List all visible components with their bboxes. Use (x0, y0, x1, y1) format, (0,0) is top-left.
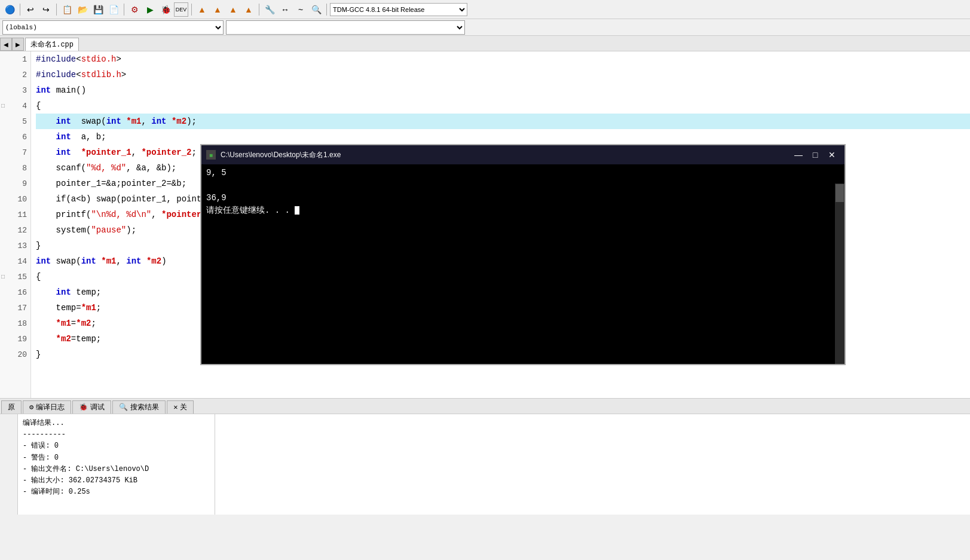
log-line-2: ---------- (23, 429, 210, 440)
tab-prev-btn[interactable]: ◀ (0, 38, 12, 51)
line-num-16: 16 (0, 284, 30, 300)
swap-btn[interactable]: ↔ (278, 2, 292, 17)
console-title-text: C:\Users\lenovo\Desktop\未命名1.exe (221, 150, 791, 160)
next-bookmark-btn[interactable]: ▲ (226, 2, 240, 17)
line-num-5: 5 (0, 114, 30, 129)
indent-btn[interactable]: 🔧 (262, 2, 277, 17)
line-num-19: 19 (0, 331, 30, 347)
toolbar: 🔵 ↩ ↪ 📋 📂 💾 📄 ⚙ ▶ 🐞 DEV ▲ ▲ ▲ ▲ 🔧 ↔ ~ 🔍 … (0, 0, 970, 19)
log-line-6: - 输出大小: 362.02734375 KiB (23, 475, 210, 486)
log-line-3: - 错误: 0 (23, 440, 210, 452)
code-line-5: int swap(int *m1, int *m2); (36, 114, 970, 129)
clear-bookmark-btn[interactable]: ▲ (241, 2, 256, 17)
bottom-panel: 原 ⚙ 编译日志 🐞 调试 🔍 搜索结果 ✕ 关 编译结果... -------… (0, 398, 970, 515)
find-btn[interactable]: 🔍 (309, 2, 323, 17)
console-minimize-btn[interactable]: — (791, 148, 806, 161)
line-numbers: 1 2 3 □4 5 6 7 8 9 10 11 12 13 14 □15 16… (0, 51, 31, 398)
code-line-6: int a, b; (36, 129, 970, 145)
sep3 (124, 4, 124, 16)
dev-btn[interactable]: DEV (174, 2, 188, 17)
line-num-18: 18 (0, 316, 30, 331)
bottom-tab-close-label: 关 (180, 402, 187, 412)
prev-bookmark-btn[interactable]: ▲ (210, 2, 225, 17)
console-output-2 (206, 179, 840, 192)
debug-btn[interactable]: 🐞 (158, 2, 173, 17)
sep1 (20, 4, 20, 16)
log-line-7: - 编译时间: 0.25s (23, 486, 210, 498)
compiler-select[interactable]: TDM-GCC 4.8.1 64-bit Release (330, 3, 467, 16)
tab-file[interactable]: 未命名1.cpp (25, 38, 79, 51)
bottom-content: 编译结果... ---------- - 错误: 0 - 警告: 0 - 输出文… (0, 414, 970, 515)
sep2 (56, 4, 57, 16)
bottom-tab-debug[interactable]: 🐞 调试 (72, 400, 111, 414)
save-btn[interactable]: 💾 (91, 2, 105, 17)
line-num-11: 11 (0, 207, 30, 222)
add-bookmark-btn[interactable]: ▲ (195, 2, 209, 17)
log-line-1: 编译结果... (23, 418, 210, 429)
bottom-tab-debug-label: 调试 (90, 402, 105, 412)
console-close-btn[interactable]: ✕ (824, 148, 840, 161)
tab-file-label: 未命名1.cpp (30, 39, 74, 50)
save-all-btn[interactable]: 📄 (106, 2, 121, 17)
compile-btn[interactable]: ⚙ (127, 2, 142, 17)
left-stub (0, 414, 18, 515)
console-body: 9, 5 36,9 请按任意键继续. . . (201, 164, 844, 345)
bottom-tab-close[interactable]: ✕ 关 (167, 400, 194, 414)
bottom-tab-original-label: 原 (8, 402, 15, 412)
logo-btn[interactable]: 🔵 (2, 2, 17, 17)
symbol-select[interactable] (226, 20, 465, 35)
bottom-tab-search-label: 搜索结果 (130, 402, 159, 412)
line-num-20: 20 (0, 347, 30, 362)
line-num-12: 12 (0, 222, 30, 238)
line-num-8: 8 (0, 160, 30, 176)
console-output-3: 36,9 (206, 192, 840, 204)
scope-select[interactable]: (lobals) (2, 20, 224, 35)
line-num-13: 13 (0, 238, 30, 253)
console-icon: ■ (206, 150, 216, 160)
line-num-7: 7 (0, 145, 30, 160)
bottom-tab-compile-log[interactable]: ⚙ 编译日志 (23, 400, 71, 414)
code-line-3: int main() (36, 82, 970, 98)
console-maximize-btn[interactable]: □ (807, 148, 823, 161)
bottom-tab-search[interactable]: 🔍 搜索结果 (112, 400, 166, 414)
close-tab-icon: ✕ (173, 403, 178, 412)
code-line-2: #include<stdlib.h> (36, 67, 970, 82)
search-tab-icon: 🔍 (119, 403, 128, 412)
code-line-1: #include<stdio.h> (36, 51, 970, 67)
line-num-4: □4 (0, 98, 30, 114)
line-num-1: 1 (0, 51, 30, 67)
console-controls: — □ ✕ (791, 148, 840, 161)
line-num-2: 2 (0, 67, 30, 82)
log-line-5: - 输出文件名: C:\Users\lenovo\D (23, 464, 210, 475)
bottom-tab-compile-label: 编译日志 (36, 402, 65, 412)
console-window: ■ C:\Users\lenovo\Desktop\未命名1.exe — □ ✕… (200, 144, 846, 365)
tab-next-btn[interactable]: ▶ (12, 38, 24, 51)
undo-btn[interactable]: ↩ (23, 2, 38, 17)
line-num-15: □15 (0, 269, 30, 284)
redo-btn[interactable]: ↪ (39, 2, 53, 17)
dropdowns-row: (lobals) (0, 19, 970, 36)
sep5 (259, 4, 259, 16)
bottom-tab-original[interactable]: 原 (1, 400, 22, 414)
console-cursor (295, 206, 299, 215)
line-num-9: 9 (0, 176, 30, 191)
new-btn[interactable]: 📋 (60, 2, 74, 17)
run-btn[interactable]: ▶ (143, 2, 157, 17)
bottom-tab-bar: 原 ⚙ 编译日志 🐞 调试 🔍 搜索结果 ✕ 关 (0, 399, 970, 414)
line-num-3: 3 (0, 82, 30, 98)
debug-tab-icon: 🐞 (79, 403, 88, 412)
console-output-1: 9, 5 (206, 167, 840, 179)
bottom-log-panel: 编译结果... ---------- - 错误: 0 - 警告: 0 - 输出文… (18, 414, 215, 515)
console-output-4: 请按任意键继续. . . (206, 204, 840, 217)
tilde-btn[interactable]: ~ (293, 2, 308, 17)
line-num-10: 10 (0, 191, 30, 207)
log-line-4: - 警告: 0 (23, 452, 210, 464)
console-scrollbar[interactable] (835, 183, 844, 364)
line-num-14: 14 (0, 253, 30, 269)
sep6 (326, 4, 327, 16)
editor-area: 1 2 3 □4 5 6 7 8 9 10 11 12 13 14 □15 16… (0, 51, 970, 398)
console-icon-char: ■ (209, 152, 213, 158)
open-btn[interactable]: 📂 (75, 2, 90, 17)
compile-log-icon: ⚙ (29, 403, 33, 412)
console-scrollbar-thumb[interactable] (836, 184, 844, 202)
